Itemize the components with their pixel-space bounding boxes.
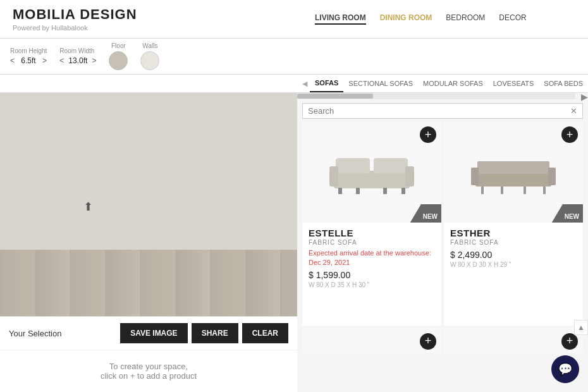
room-width-decrease[interactable]: < bbox=[59, 56, 64, 65]
floor-label: Floor bbox=[111, 42, 126, 49]
share-button[interactable]: SHARE bbox=[192, 323, 238, 343]
esther-dims: W 80 X D 30 X H 29 " bbox=[450, 261, 577, 268]
instruction-click: click on + to add a product bbox=[101, 371, 197, 381]
horizontal-scrollbar[interactable]: ▶ bbox=[297, 93, 575, 99]
esther-price: $ 2,499.00 bbox=[450, 250, 577, 260]
room-height-decrease[interactable]: < bbox=[10, 56, 15, 65]
svg-rect-8 bbox=[401, 188, 405, 194]
svg-rect-5 bbox=[338, 188, 342, 194]
walls-label: Walls bbox=[142, 42, 157, 49]
esther-info: ESTHER FABRIC SOFA $ 2,499.00 W 80 X D 3… bbox=[444, 223, 583, 272]
room-preview: ⬆ bbox=[0, 93, 297, 316]
product-card-partial-2: + bbox=[444, 328, 583, 353]
chat-button[interactable]: 💬 bbox=[551, 355, 579, 383]
svg-rect-13 bbox=[481, 187, 484, 194]
svg-rect-2 bbox=[374, 158, 408, 173]
product-grid: + NEW ESTELLE FABRIC SOFA Expected arriv… bbox=[297, 121, 588, 392]
nav-dining-room[interactable]: DINING ROOM bbox=[380, 13, 432, 25]
room-height-value: 6.5ft bbox=[16, 56, 40, 65]
nav-living-room[interactable]: LIVING ROOM bbox=[315, 13, 366, 25]
product-image-estelle: + NEW bbox=[302, 121, 441, 223]
cat-sofa-beds[interactable]: SOFA BEDS bbox=[539, 75, 588, 92]
add-partial2-button[interactable]: + bbox=[561, 333, 578, 350]
cat-sofas[interactable]: SOFAS bbox=[310, 75, 343, 92]
right-panel: ▶ ✕ bbox=[297, 93, 588, 392]
esther-sofa-image bbox=[466, 149, 561, 196]
scroll-thumb[interactable] bbox=[297, 94, 373, 99]
add-esther-button[interactable]: + bbox=[561, 126, 578, 143]
room-width-increase[interactable]: > bbox=[92, 56, 96, 65]
cat-loveseats[interactable]: LOVESEATS bbox=[488, 75, 539, 92]
svg-rect-15 bbox=[524, 187, 526, 194]
estelle-price: $ 1,599.00 bbox=[309, 270, 435, 280]
room-height-increase[interactable]: > bbox=[42, 56, 47, 65]
clear-button[interactable]: CLEAR bbox=[242, 323, 288, 343]
estelle-dims: W 80 X D 35 X H 30 " bbox=[309, 281, 435, 288]
walls-swatch[interactable] bbox=[140, 51, 159, 70]
estelle-notice: Expected arrival date at the warehouse: … bbox=[309, 248, 435, 268]
nav-bedroom[interactable]: BEDROOM bbox=[446, 13, 485, 25]
walls-swatch-control[interactable]: Walls bbox=[140, 42, 159, 70]
cat-modular[interactable]: MODULAR SOFAS bbox=[418, 75, 488, 92]
estelle-new-badge: NEW bbox=[410, 204, 441, 223]
svg-rect-10 bbox=[477, 161, 549, 174]
save-image-button[interactable]: SAVE IMAGE bbox=[120, 323, 187, 343]
brand-subtitle: Powered by Hullabalook bbox=[13, 24, 310, 32]
instruction-line1: To create your space, bbox=[11, 362, 286, 371]
esther-name: ESTHER bbox=[450, 228, 577, 238]
product-card-partial-1: + bbox=[302, 328, 441, 353]
search-input[interactable] bbox=[308, 106, 570, 116]
scroll-left-arrow[interactable]: ◀ bbox=[300, 80, 310, 88]
esther-type: FABRIC SOFA bbox=[450, 239, 577, 246]
floor-swatch[interactable] bbox=[109, 51, 128, 70]
svg-rect-4 bbox=[405, 166, 414, 187]
svg-rect-1 bbox=[336, 158, 370, 173]
cursor-pointer: ⬆ bbox=[83, 200, 93, 214]
room-floor bbox=[0, 250, 297, 316]
svg-rect-11 bbox=[471, 168, 479, 185]
add-estelle-button[interactable]: + bbox=[420, 126, 436, 143]
product-card-esther: + NEW ESTHER FABRIC SOFA $ 2,499.00 W 80… bbox=[444, 121, 583, 326]
scroll-up-button[interactable]: ▲ bbox=[574, 320, 588, 335]
room-height-label: Room Height bbox=[10, 47, 47, 54]
search-container: ✕ bbox=[302, 103, 583, 119]
estelle-sofa-image bbox=[324, 149, 419, 196]
estelle-type: FABRIC SOFA bbox=[309, 239, 435, 246]
instruction-line2[interactable]: click on + to add a product bbox=[11, 371, 286, 381]
instruction-area: To create your space, click on + to add … bbox=[0, 350, 297, 392]
room-width-value: 13.0ft bbox=[66, 56, 90, 65]
cat-sectional[interactable]: SECTIONAL SOFAS bbox=[343, 75, 418, 92]
estelle-info: ESTELLE FABRIC SOFA Expected arrival dat… bbox=[302, 223, 441, 292]
selection-label: Your Selection bbox=[9, 329, 61, 338]
svg-rect-16 bbox=[543, 187, 546, 194]
room-height-control: Room Height < 6.5ft > bbox=[10, 47, 47, 65]
svg-rect-0 bbox=[334, 171, 410, 188]
product-card-estelle: + NEW ESTELLE FABRIC SOFA Expected arriv… bbox=[302, 121, 441, 326]
estelle-name: ESTELLE bbox=[309, 228, 435, 238]
svg-rect-12 bbox=[548, 168, 556, 185]
svg-rect-6 bbox=[356, 188, 360, 194]
svg-rect-9 bbox=[475, 173, 551, 187]
room-wall bbox=[0, 93, 297, 253]
svg-rect-7 bbox=[383, 188, 387, 194]
floor-swatch-control[interactable]: Floor bbox=[109, 42, 128, 70]
room-width-control: Room Width < 13.0ft > bbox=[59, 47, 96, 65]
esther-new-badge: NEW bbox=[552, 204, 583, 223]
brand-title: MOBILIA DESIGN bbox=[13, 6, 310, 23]
selection-bar: Your Selection SAVE IMAGE SHARE CLEAR bbox=[0, 316, 297, 350]
svg-rect-3 bbox=[329, 166, 338, 187]
product-image-esther: + NEW bbox=[444, 121, 583, 223]
room-width-label: Room Width bbox=[59, 47, 96, 54]
svg-rect-14 bbox=[501, 187, 503, 194]
scroll-right-btn[interactable]: ▶ bbox=[581, 93, 588, 102]
add-partial1-button[interactable]: + bbox=[420, 333, 436, 350]
search-clear-icon[interactable]: ✕ bbox=[570, 106, 577, 116]
nav-decor[interactable]: DECOR bbox=[499, 13, 526, 25]
